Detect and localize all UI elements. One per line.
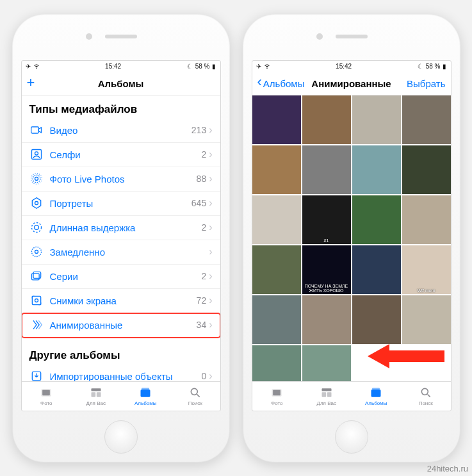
- photo-thumbnail[interactable]: [252, 95, 301, 144]
- photo-thumbnail[interactable]: [352, 195, 401, 244]
- row-count: 34: [197, 320, 207, 330]
- svg-point-4: [33, 175, 40, 183]
- svg-rect-18: [91, 388, 101, 391]
- search-icon: [188, 386, 202, 399]
- photo-thumbnail[interactable]: [352, 145, 401, 194]
- chevron-right-icon: ›: [209, 246, 212, 258]
- photo-thumbnail[interactable]: [302, 95, 351, 144]
- tab-label: Альбомы: [134, 400, 156, 406]
- media-type-row-animated[interactable]: Анимированные34›: [22, 313, 220, 338]
- media-type-row-longexp[interactable]: Длинная выдержка2›: [22, 216, 220, 240]
- media-type-row-slomo[interactable]: Замедленно›: [22, 240, 220, 265]
- photo-thumbnail[interactable]: [252, 295, 301, 344]
- photo-thumbnail[interactable]: [252, 345, 301, 381]
- photo-thumbnail[interactable]: [252, 245, 301, 294]
- status-time: 15:42: [336, 63, 352, 70]
- svg-rect-21: [141, 390, 151, 397]
- home-button[interactable]: [335, 420, 368, 454]
- search-icon: [419, 386, 433, 399]
- tab-albums[interactable]: Альбомы: [352, 382, 402, 411]
- albums-content: Типы медиафайлов Видео213›Селфи2›Фото Li…: [22, 95, 220, 381]
- row-label: Импортированные объекты: [50, 371, 202, 381]
- row-count: 645: [191, 198, 206, 208]
- dnd-icon: ☾: [418, 63, 423, 70]
- media-type-row-selfie[interactable]: Селфи2›: [22, 143, 220, 167]
- svg-rect-20: [97, 392, 101, 397]
- phone-left: ✈ 15:42 ☾ 58 % ▮ + Альбомы Типы медиа: [12, 14, 230, 463]
- photo-thumbnail[interactable]: [302, 145, 351, 194]
- svg-rect-26: [273, 390, 281, 395]
- photo-thumbnail[interactable]: [352, 345, 401, 381]
- photo-thumbnail[interactable]: [402, 95, 451, 144]
- status-bar: ✈ 15:42 ☾ 58 % ▮: [252, 61, 451, 72]
- row-label: Длинная выдержка: [50, 222, 202, 233]
- media-type-row-live[interactable]: Фото Live Photos88›: [22, 167, 220, 192]
- row-count: 0: [201, 371, 206, 381]
- back-button[interactable]: Альбомы: [257, 78, 309, 89]
- row-label: Портреты: [50, 198, 191, 209]
- burst-icon: [29, 269, 44, 283]
- screen-left: ✈ 15:42 ☾ 58 % ▮ + Альбомы Типы медиа: [21, 60, 221, 411]
- svg-rect-31: [372, 388, 380, 390]
- airplane-icon: ✈: [26, 63, 31, 70]
- photos-icon: [270, 386, 284, 399]
- row-label: Селфи: [50, 149, 202, 160]
- photo-thumbnail[interactable]: #1: [302, 195, 351, 244]
- tab-photos[interactable]: Фото: [22, 382, 72, 411]
- tab-foryou[interactable]: Для Вас: [302, 382, 352, 411]
- foryou-icon: [320, 386, 334, 399]
- photo-thumbnail[interactable]: [252, 195, 301, 244]
- photo-thumbnail[interactable]: Wtf mom: [402, 245, 451, 294]
- tab-search[interactable]: Поиск: [170, 382, 220, 411]
- photo-thumbnail[interactable]: [352, 245, 401, 294]
- add-button[interactable]: +: [27, 78, 78, 89]
- tab-label: Поиск: [419, 400, 433, 406]
- select-button[interactable]: Выбрать: [395, 78, 446, 89]
- tab-label: Для Вас: [86, 400, 106, 406]
- photo-thumbnail[interactable]: [402, 345, 451, 381]
- chevron-right-icon: ›: [209, 149, 212, 160]
- row-count: 2: [201, 271, 206, 281]
- photo-thumbnail[interactable]: [402, 145, 451, 194]
- animated-grid[interactable]: #1ПОЧЕМУ НА ЗЕМЛЕ ЖИТЬ ХОРОШОWtf mom: [252, 95, 451, 381]
- media-type-row-screenshot[interactable]: Снимки экрана72›: [22, 289, 220, 313]
- speaker-grille: [105, 35, 137, 38]
- tab-albums[interactable]: Альбомы: [121, 382, 171, 411]
- svg-rect-30: [371, 390, 381, 397]
- chevron-right-icon: ›: [209, 197, 212, 209]
- albums-icon: [138, 386, 152, 399]
- svg-point-3: [35, 177, 38, 181]
- chevron-right-icon: ›: [209, 370, 212, 381]
- tab-label: Фото: [271, 400, 282, 406]
- photo-thumbnail[interactable]: [302, 345, 351, 381]
- row-count: 72: [197, 295, 207, 306]
- svg-rect-22: [142, 388, 149, 390]
- photo-thumbnail[interactable]: [402, 195, 451, 244]
- tab-label: Фото: [40, 400, 52, 406]
- home-button[interactable]: [104, 420, 138, 454]
- row-count: 88: [197, 174, 207, 184]
- media-type-row-burst[interactable]: Серии2›: [22, 265, 220, 289]
- media-type-row-video[interactable]: Видео213›: [22, 119, 220, 143]
- photo-thumbnail[interactable]: [252, 145, 301, 194]
- tab-foryou[interactable]: Для Вас: [71, 382, 121, 411]
- tab-photos[interactable]: Фото: [252, 382, 302, 411]
- row-label: Серии: [50, 271, 202, 282]
- row-count: 2: [201, 149, 206, 160]
- media-type-row-import[interactable]: Импортированные объекты0›: [22, 365, 220, 381]
- status-bar: ✈ 15:42 ☾ 58 % ▮: [22, 61, 220, 72]
- photo-thumbnail[interactable]: [352, 295, 401, 344]
- back-label: Альбомы: [263, 78, 305, 89]
- photo-thumbnail[interactable]: ПОЧЕМУ НА ЗЕМЛЕ ЖИТЬ ХОРОШО: [302, 245, 351, 294]
- svg-rect-29: [327, 392, 332, 397]
- media-type-row-portrait[interactable]: Портреты645›: [22, 192, 220, 216]
- tab-search[interactable]: Поиск: [401, 382, 451, 411]
- speaker-grille: [336, 35, 368, 38]
- navbar-animated: Альбомы Анимированные Выбрать: [252, 72, 451, 95]
- slomo-icon: [29, 245, 44, 259]
- photo-thumbnail[interactable]: [352, 95, 401, 144]
- albums-icon: [369, 386, 383, 399]
- tab-bar: ФотоДля ВасАльбомыПоиск: [252, 381, 451, 411]
- photo-thumbnail[interactable]: [402, 295, 451, 344]
- photo-thumbnail[interactable]: [302, 295, 351, 344]
